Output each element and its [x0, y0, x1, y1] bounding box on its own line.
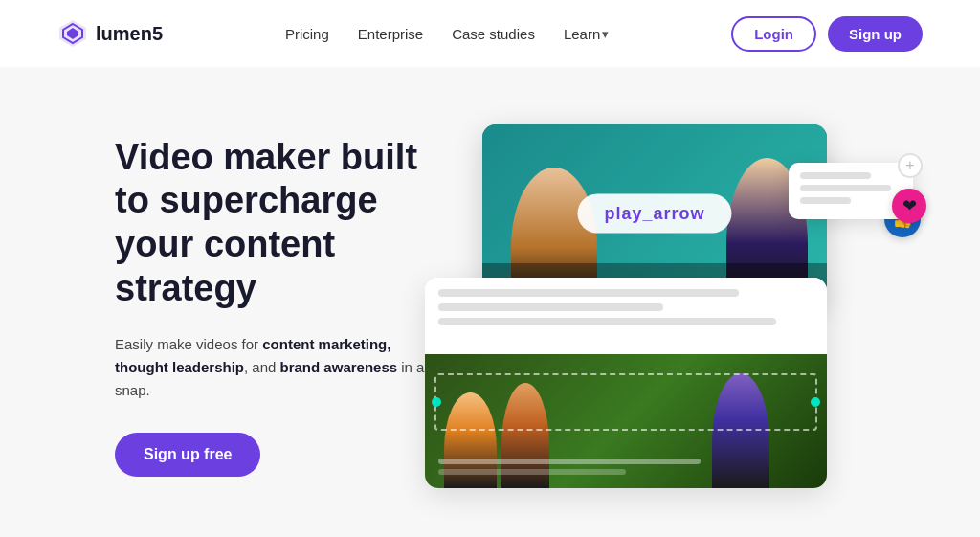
navigation: lumen5 Pricing Enterprise Case studies L…: [0, 0, 980, 67]
text-line-2: [438, 303, 663, 311]
nav-enterprise[interactable]: Enterprise: [358, 26, 423, 42]
nav-learn[interactable]: Learn ▾: [564, 26, 609, 42]
signup-nav-button[interactable]: Sign up: [828, 16, 923, 52]
popup-line-1: [800, 172, 871, 179]
editor-image-area: [425, 354, 827, 488]
logo-link[interactable]: lumen5: [57, 18, 163, 49]
heart-badge: ❤: [892, 189, 926, 223]
expand-more-icon: ▾: [602, 27, 609, 41]
plus-icon: +: [898, 153, 923, 178]
editor-text-area: [425, 278, 827, 354]
text-line-1: [438, 289, 739, 297]
popup-card: + ❤: [789, 163, 913, 219]
video-card-top: play_arrow: [482, 124, 827, 302]
brand-name: lumen5: [96, 23, 163, 45]
nav-pricing[interactable]: Pricing: [285, 26, 329, 42]
selection-handle-right: [811, 397, 820, 407]
video-thumbnail: play_arrow: [482, 124, 827, 302]
heart-icon: ❤: [902, 195, 917, 216]
editor-card: ≡ 🖼 ♫ 📌 ⊡: [425, 278, 827, 488]
popup-line-3: [800, 197, 851, 204]
nav-buttons: Login Sign up: [731, 16, 923, 52]
selection-box: [434, 373, 817, 431]
desc-bold2: thought leadership: [115, 359, 244, 375]
logo-icon: [57, 18, 88, 49]
hero-section: Video maker built to supercharge your co…: [0, 67, 980, 537]
popup-line-2: [800, 185, 891, 191]
nav-links: Pricing Enterprise Case studies Learn ▾: [285, 26, 609, 42]
signup-hero-button[interactable]: Sign up free: [115, 433, 260, 477]
editor-bottom-lines: [438, 459, 813, 475]
hero-title: Video maker built to supercharge your co…: [115, 136, 425, 310]
hero-description: Easily make videos for content marketing…: [115, 333, 425, 402]
hero-content: Video maker built to supercharge your co…: [115, 136, 425, 477]
selection-handle-left: [432, 397, 441, 407]
text-line-3: [438, 318, 776, 325]
desc-bold3: brand awareness: [280, 359, 398, 375]
play-arrow-label: play_arrow: [577, 193, 731, 233]
hero-illustration: play_arrow 👍 ≡ 🖼 ♫ 📌 ⊡: [425, 124, 903, 488]
nav-case-studies[interactable]: Case studies: [452, 26, 535, 42]
desc-mid: , and: [244, 359, 280, 375]
desc-bold1: content marketing,: [262, 336, 390, 352]
desc-prefix: Easily make videos for: [115, 336, 262, 352]
login-button[interactable]: Login: [731, 16, 816, 52]
